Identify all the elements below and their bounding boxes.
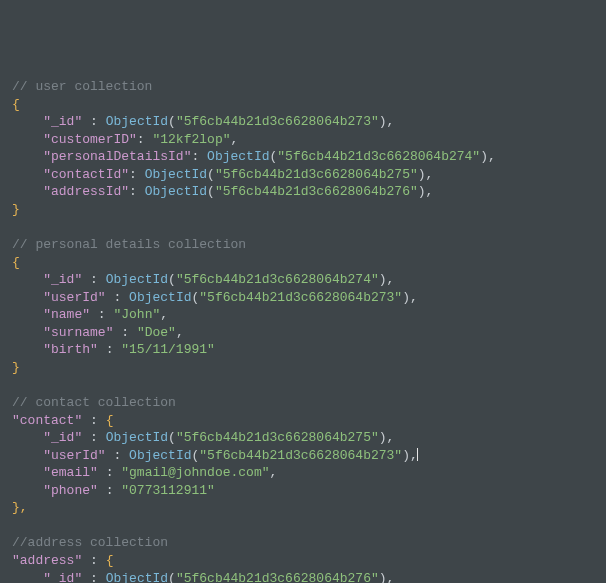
- colon: :: [90, 272, 98, 287]
- string-value: "gmail@johndoe.com": [121, 465, 269, 480]
- func-objectid: ObjectId: [129, 448, 191, 463]
- paren-close: ),: [418, 167, 434, 182]
- func-objectid: ObjectId: [129, 290, 191, 305]
- field-key: "contactId": [43, 167, 129, 182]
- field-key: "userId": [43, 290, 105, 305]
- colon: :: [90, 413, 98, 428]
- colon: :: [191, 149, 199, 164]
- comma: ,: [270, 465, 278, 480]
- field-key: "surname": [43, 325, 113, 340]
- colon: :: [129, 167, 137, 182]
- string-value: "5f6cb44b21d3c6628064b276": [176, 571, 379, 584]
- comment-contact: // contact collection: [12, 395, 176, 410]
- func-objectid: ObjectId: [106, 571, 168, 584]
- comma: ,: [176, 325, 184, 340]
- func-objectid: ObjectId: [207, 149, 269, 164]
- colon: :: [90, 114, 98, 129]
- field-key: "customerID": [43, 132, 137, 147]
- root-key: "contact": [12, 413, 82, 428]
- brace-open: {: [12, 97, 20, 112]
- string-value: "John": [113, 307, 160, 322]
- paren-open: (: [168, 430, 176, 445]
- comment-user: // user collection: [12, 79, 152, 94]
- colon: :: [113, 290, 121, 305]
- string-value: "15/11/1991": [121, 342, 215, 357]
- string-value: "5f6cb44b21d3c6628064b273": [199, 290, 402, 305]
- field-key: "addressId": [43, 184, 129, 199]
- brace-close: }: [12, 360, 20, 375]
- field-key: "_id": [43, 430, 82, 445]
- field-key: "personalDetailsId": [43, 149, 191, 164]
- field-key: "_id": [43, 571, 82, 584]
- comma: ,: [160, 307, 168, 322]
- field-key: "_id": [43, 114, 82, 129]
- paren-open: (: [207, 167, 215, 182]
- func-objectid: ObjectId: [106, 114, 168, 129]
- string-value: "5f6cb44b21d3c6628064b276": [215, 184, 418, 199]
- root-key: "address": [12, 553, 82, 568]
- paren-close: ),: [379, 272, 395, 287]
- string-value: "5f6cb44b21d3c6628064b273": [199, 448, 402, 463]
- field-key: "_id": [43, 272, 82, 287]
- field-key: "name": [43, 307, 90, 322]
- colon: :: [90, 430, 98, 445]
- paren-open: (: [168, 272, 176, 287]
- func-objectid: ObjectId: [145, 167, 207, 182]
- code-block: // user collection { "_id" : ObjectId("5…: [12, 78, 594, 583]
- paren-close: ),: [402, 290, 418, 305]
- comma: ,: [230, 132, 238, 147]
- brace-open: {: [12, 255, 20, 270]
- brace-open: {: [106, 413, 114, 428]
- paren-open: (: [168, 114, 176, 129]
- paren-close: ),: [418, 184, 434, 199]
- string-value: "5f6cb44b21d3c6628064b275": [215, 167, 418, 182]
- colon: :: [106, 465, 114, 480]
- text-cursor: [417, 448, 418, 461]
- colon: :: [98, 307, 106, 322]
- brace-close: },: [12, 500, 28, 515]
- string-value: "Doe": [137, 325, 176, 340]
- string-value: "5f6cb44b21d3c6628064b273": [176, 114, 379, 129]
- colon: :: [106, 483, 114, 498]
- colon: :: [129, 184, 137, 199]
- paren-close: ),: [402, 448, 418, 463]
- field-key: "email": [43, 465, 98, 480]
- colon: :: [90, 571, 98, 584]
- string-value: "5f6cb44b21d3c6628064b274": [176, 272, 379, 287]
- field-key: "phone": [43, 483, 98, 498]
- string-value: "12kf2lop": [152, 132, 230, 147]
- paren-open: (: [168, 571, 176, 584]
- brace-close: }: [12, 202, 20, 217]
- paren-close: ),: [480, 149, 496, 164]
- string-value: "5f6cb44b21d3c6628064b275": [176, 430, 379, 445]
- comment-personal: // personal details collection: [12, 237, 246, 252]
- colon: :: [90, 553, 98, 568]
- string-value: "5f6cb44b21d3c6628064b274": [277, 149, 480, 164]
- func-objectid: ObjectId: [106, 272, 168, 287]
- func-objectid: ObjectId: [145, 184, 207, 199]
- field-key: "birth": [43, 342, 98, 357]
- brace-open: {: [106, 553, 114, 568]
- colon: :: [113, 448, 121, 463]
- field-key: "userId": [43, 448, 105, 463]
- func-objectid: ObjectId: [106, 430, 168, 445]
- paren-close: ),: [379, 114, 395, 129]
- paren-open: (: [207, 184, 215, 199]
- comment-address: //address collection: [12, 535, 168, 550]
- colon: :: [106, 342, 114, 357]
- colon: :: [137, 132, 145, 147]
- colon: :: [121, 325, 129, 340]
- paren-close: ),: [379, 430, 395, 445]
- paren-close: ),: [379, 571, 395, 584]
- string-value: "0773112911": [121, 483, 215, 498]
